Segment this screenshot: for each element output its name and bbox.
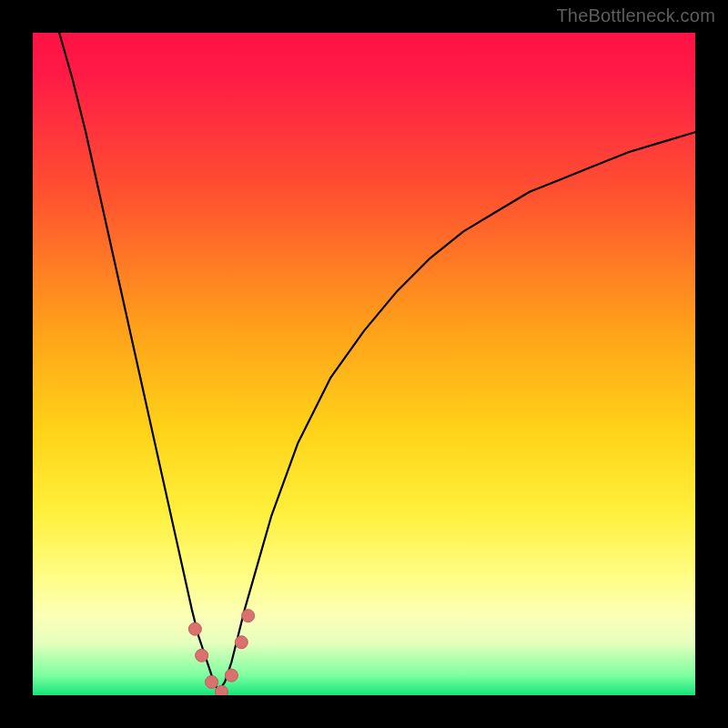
valley-dot (235, 636, 248, 649)
valley-dot (215, 685, 228, 695)
watermark-text: TheBottleneck.com (556, 5, 715, 26)
outer-frame: TheBottleneck.com (0, 0, 728, 728)
valley-dot (188, 622, 201, 635)
bottleneck-curve (59, 33, 695, 692)
valley-dot (206, 675, 218, 688)
valley-dot (242, 610, 255, 622)
valley-dot (225, 669, 238, 682)
valley-dot (196, 649, 208, 662)
plot-area (33, 33, 695, 695)
chart-svg (33, 33, 695, 695)
valley-dots-group (188, 610, 254, 695)
